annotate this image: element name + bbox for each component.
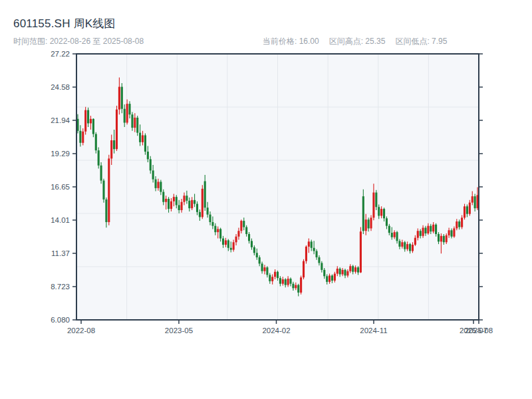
candle-body (162, 192, 164, 202)
candle-body (219, 229, 221, 238)
candle-body (474, 196, 476, 208)
candle-body (362, 196, 364, 231)
candle-body (144, 135, 146, 152)
candle-body (87, 110, 89, 124)
candle (102, 179, 104, 203)
candle-body (336, 269, 338, 274)
x-tick-label: 2025-08 (465, 327, 493, 334)
candle-body (160, 182, 162, 192)
candle-body (253, 247, 255, 253)
candle-body (248, 234, 250, 241)
candle-body (274, 272, 276, 277)
candle-body (168, 199, 170, 209)
candle-body (131, 114, 133, 128)
candle-body (209, 215, 211, 222)
candle-body (458, 221, 460, 227)
candle-body (432, 225, 434, 231)
y-tick-label: 11.37 (51, 249, 70, 257)
candle-body (82, 132, 84, 143)
candle-body (469, 203, 471, 214)
candle (201, 185, 203, 219)
candle-body (95, 134, 97, 151)
candle-body (430, 226, 432, 232)
y-tick-label: 27.22 (51, 50, 70, 58)
candle-body (147, 152, 149, 159)
candle-body (453, 228, 455, 236)
y-tick-label: 21.94 (51, 116, 70, 124)
candle-body (321, 263, 323, 269)
candle-body (225, 240, 227, 245)
candle-body (380, 209, 382, 215)
candle-body (360, 231, 362, 272)
candle-body (207, 207, 209, 214)
candle-body (282, 279, 284, 284)
candle-body (98, 150, 100, 166)
candle-body (368, 219, 370, 228)
candle-body (170, 201, 172, 209)
candle-body (370, 217, 372, 228)
candle-body (315, 251, 317, 257)
candle-body (450, 230, 452, 236)
candle-body (297, 285, 299, 293)
candle-body (287, 279, 289, 285)
candle-body (105, 200, 107, 222)
candle-body (420, 231, 422, 236)
candle (108, 155, 110, 225)
candle-body (165, 199, 167, 202)
candle (121, 83, 123, 113)
candle-body (191, 200, 193, 208)
candle-body (233, 242, 235, 249)
candle-body (259, 257, 261, 263)
candle-body (277, 272, 279, 278)
candle-body (471, 196, 473, 202)
candle-body (261, 263, 263, 271)
candle-body (204, 181, 206, 207)
candle-body (108, 158, 110, 222)
candle (303, 259, 305, 279)
candle-body (331, 275, 333, 281)
candle-body (201, 189, 203, 217)
x-tick-label: 2022-08 (67, 327, 95, 334)
candle-body (414, 238, 416, 245)
candle-body (401, 242, 403, 247)
candle (305, 245, 307, 263)
candle-body (136, 118, 138, 133)
candle-body (243, 221, 245, 227)
candle-body (90, 119, 92, 124)
candle-body (134, 118, 136, 128)
candle-body (422, 227, 424, 235)
candle-body (154, 180, 156, 188)
kline-chart: 6.0808.72311.3714.0116.6519.2921.9424.58… (0, 0, 532, 399)
candle-body (126, 104, 128, 122)
candle-body (116, 110, 118, 150)
x-tick-label: 2024-11 (360, 327, 387, 334)
candle-body (388, 226, 390, 233)
candle-body (263, 267, 265, 271)
y-tick-label: 8.723 (51, 283, 70, 291)
candle-body (84, 110, 86, 132)
candle-body (308, 241, 310, 247)
candle-body (245, 227, 247, 234)
candle-body (188, 201, 190, 208)
candle-body (357, 267, 359, 273)
candle-body (150, 159, 152, 170)
candle-body (349, 266, 351, 271)
candle-body (196, 204, 198, 212)
candle-body (386, 218, 388, 225)
candle-body (326, 276, 328, 282)
candle-body (295, 285, 297, 289)
candle (360, 227, 362, 273)
candle-body (157, 182, 159, 188)
candle-body (217, 229, 219, 232)
candle-body (128, 104, 130, 114)
candle-body (372, 193, 374, 218)
y-tick-label: 16.65 (51, 183, 70, 191)
candle-body (240, 221, 242, 231)
candle-body (378, 207, 380, 215)
candle-body (211, 222, 213, 226)
candle-body (396, 232, 398, 241)
candle-body (230, 248, 232, 250)
candle-body (406, 244, 408, 249)
candle-body (435, 225, 437, 234)
candle-body (303, 261, 305, 278)
